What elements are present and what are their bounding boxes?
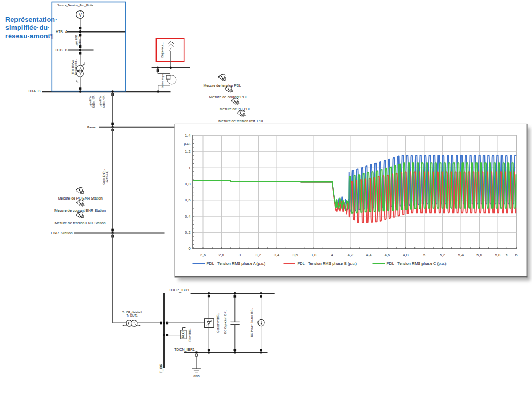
svg-text:Cable_HTA: Cable_HTA — [103, 95, 105, 108]
svg-text:4,8: 4,8 — [403, 252, 408, 257]
svg-text:Ligne HTB: Ligne HTB — [75, 35, 78, 47]
svg-text:s: s — [506, 252, 508, 257]
svg-text:T_IBR: T_IBR — [159, 364, 163, 373]
svg-text:Source_Tension_Poc_Etoile: Source_Tension_Poc_Etoile — [57, 4, 93, 7]
svg-text:3,4: 3,4 — [274, 252, 279, 257]
svg-text:TDCN_IBR1: TDCN_IBR1 — [174, 347, 195, 352]
svg-text:Tr_DUT1: Tr_DUT1 — [126, 314, 137, 317]
svg-text:3: 3 — [239, 252, 241, 257]
svg-text:HTB_A: HTB_A — [56, 30, 68, 34]
svg-text:5,6: 5,6 — [476, 252, 482, 257]
svg-text:6: 6 — [515, 252, 517, 257]
svg-text:HTA_B: HTA_B — [28, 89, 40, 93]
svg-text:4,2: 4,2 — [348, 252, 353, 257]
svg-text:TFO 36MVA: TFO 36MVA — [72, 60, 74, 74]
svg-text:DC Power Source IBR1: DC Power Source IBR1 — [250, 308, 253, 337]
svg-text:Tr IBR_detailed: Tr IBR_detailed — [122, 311, 142, 314]
svg-text:PDL - Tension RMS phase A (p.u: PDL - Tension RMS phase A (p.u.) — [207, 261, 266, 266]
svg-text:Ligne HTA: Ligne HTA — [99, 96, 102, 107]
svg-text:Ligne HTA: Ligne HTA — [89, 96, 92, 107]
svg-text:TDCP_IBR1: TDCP_IBR1 — [169, 288, 190, 293]
svg-text:GND: GND — [193, 375, 200, 378]
svg-text:Cable_HTA: Cable_HTA — [92, 95, 95, 108]
svg-text:Pawe.: Pawe. — [87, 125, 96, 129]
svg-text:Bobine de po...: Bobine de po... — [161, 72, 164, 88]
svg-text:5,4: 5,4 — [458, 252, 464, 257]
svg-text:2,8: 2,8 — [218, 252, 224, 257]
svg-text:HTB_B: HTB_B — [56, 48, 68, 52]
svg-text:Mesure de tension PDL: Mesure de tension PDL — [203, 84, 241, 88]
svg-text:Mesure de PQ PDL: Mesure de PQ PDL — [220, 107, 251, 112]
svg-text:12(60.X.L): 12(60.X.L) — [106, 171, 108, 183]
svg-text:5,8: 5,8 — [495, 252, 500, 257]
svg-text:2,6: 2,6 — [200, 252, 206, 257]
svg-text:V: V — [79, 12, 82, 18]
svg-text:1: 1 — [188, 165, 190, 170]
svg-text:4,6: 4,6 — [385, 252, 390, 257]
svg-text:TR 90 kV/33...: TR 90 kV/33... — [75, 59, 77, 76]
svg-text:Cable TB: Cable TB — [79, 36, 81, 46]
svg-text:PDL - Tension RMS phase B (p.u: PDL - Tension RMS phase B (p.u.) — [298, 261, 357, 266]
svg-text:Mesure de tension ENR Station: Mesure de tension ENR Station — [54, 221, 105, 225]
svg-text:3,2: 3,2 — [255, 252, 261, 257]
svg-text:Mesure de tension inst. PDL: Mesure de tension inst. PDL — [218, 119, 264, 123]
svg-text:Converter IBR1: Converter IBR1 — [216, 313, 220, 333]
svg-text:DC Capacitor IBR1: DC Capacitor IBR1 — [224, 310, 227, 334]
svg-text:0: 0 — [188, 246, 190, 251]
svg-text:Disjoncteur.1..: Disjoncteur.1.. — [161, 42, 164, 57]
svg-text:3,8: 3,8 — [311, 252, 316, 257]
svg-text:0,6: 0,6 — [185, 198, 190, 202]
svg-text:4: 4 — [331, 252, 333, 257]
svg-text:1,2: 1,2 — [185, 149, 190, 154]
svg-text:4,4: 4,4 — [366, 252, 371, 257]
svg-text:RLC: RLC — [181, 331, 185, 338]
svg-text:5: 5 — [423, 252, 425, 257]
svg-text:Filter IBR1: Filter IBR1 — [188, 328, 191, 342]
svg-text:Cable_ENR_L: Cable_ENR_L — [103, 169, 105, 185]
svg-text:ENR_Station: ENR_Station — [51, 231, 73, 235]
svg-text:PDL - Tension RMS phase C (p.u: PDL - Tension RMS phase C (p.u.) — [387, 261, 447, 266]
svg-text:Mesure de courant PDL: Mesure de courant PDL — [209, 95, 248, 99]
svg-text:0,4: 0,4 — [185, 214, 190, 219]
svg-text:0,8: 0,8 — [185, 181, 190, 186]
svg-text:5,2: 5,2 — [440, 252, 445, 257]
svg-text:3,6: 3,6 — [292, 252, 298, 257]
svg-text:0,2: 0,2 — [185, 230, 190, 235]
svg-text:p.u.: p.u. — [184, 141, 190, 146]
svg-text:1,4: 1,4 — [185, 133, 190, 138]
